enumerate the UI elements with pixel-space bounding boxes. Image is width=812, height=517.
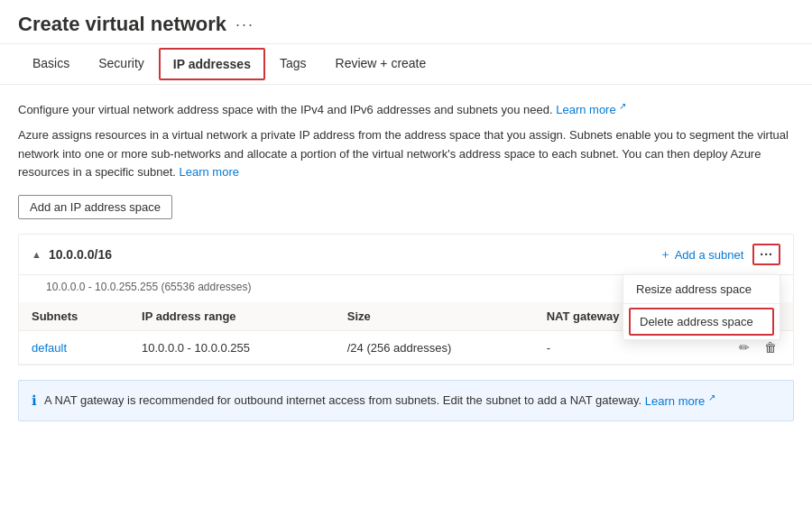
tab-basics[interactable]: Basics xyxy=(18,47,84,81)
address-space-actions: ＋ Add a subnet ··· xyxy=(660,244,780,265)
external-link-icon-1: ↗ xyxy=(619,101,626,111)
tab-security[interactable]: Security xyxy=(84,47,159,81)
external-link-icon-3: ↗ xyxy=(708,392,715,402)
delete-subnet-icon[interactable]: 🗑 xyxy=(761,338,780,356)
ip-range-cell: 10.0.0.0 - 10.0.0.255 xyxy=(129,331,335,365)
learn-more-link-1[interactable]: Learn more ↗ xyxy=(556,103,626,116)
ellipsis-menu-button[interactable]: ··· xyxy=(752,244,780,265)
description2: Azure assigns resources in a virtual net… xyxy=(18,126,794,182)
delete-address-space-item[interactable]: Delete address space xyxy=(629,308,774,336)
learn-more-link-2[interactable]: Learn more xyxy=(180,165,239,179)
col-header-subnets: Subnets xyxy=(19,302,129,331)
info-icon: ℹ xyxy=(32,391,37,411)
tabs-nav: Basics Security IP addresses Tags Review… xyxy=(0,44,812,85)
address-space-card: ▲ 10.0.0.0/16 ＋ Add a subnet ··· Resize … xyxy=(18,234,794,365)
page-header: Create virtual network ··· xyxy=(0,0,812,44)
chevron-up-icon[interactable]: ▲ xyxy=(32,249,42,260)
add-ip-address-space-button[interactable]: Add an IP address space xyxy=(18,195,172,219)
plus-icon: ＋ xyxy=(660,246,671,263)
tab-review-create[interactable]: Review + create xyxy=(321,47,441,81)
info-banner: ℹ A NAT gateway is recommended for outbo… xyxy=(18,380,794,421)
subnet-default-link[interactable]: default xyxy=(32,341,67,355)
info-banner-text: A NAT gateway is recommended for outboun… xyxy=(44,390,715,410)
col-header-size: Size xyxy=(335,302,534,331)
description1: Configure your virtual network address s… xyxy=(18,99,794,119)
address-space-header: ▲ 10.0.0.0/16 ＋ Add a subnet ··· xyxy=(19,235,793,275)
tab-ip-addresses[interactable]: IP addresses xyxy=(159,48,265,80)
subnet-name-cell: default xyxy=(19,331,129,365)
edit-subnet-icon[interactable]: ✏ xyxy=(735,338,753,356)
resize-address-space-item[interactable]: Resize address space xyxy=(623,275,780,304)
address-space-title: ▲ 10.0.0.0/16 xyxy=(32,247,112,262)
add-subnet-button[interactable]: ＋ Add a subnet xyxy=(660,246,744,263)
info-learn-more-link[interactable]: Learn more ↗ xyxy=(645,394,715,408)
page-title: Create virtual network xyxy=(18,13,226,36)
tab-tags[interactable]: Tags xyxy=(265,47,321,81)
context-menu: Resize address space Delete address spac… xyxy=(623,274,780,340)
main-content: Configure your virtual network address s… xyxy=(0,85,812,436)
size-cell: /24 (256 addresses) xyxy=(335,331,534,365)
more-options-icon[interactable]: ··· xyxy=(235,15,254,34)
col-header-ip-range: IP address range xyxy=(129,302,335,331)
